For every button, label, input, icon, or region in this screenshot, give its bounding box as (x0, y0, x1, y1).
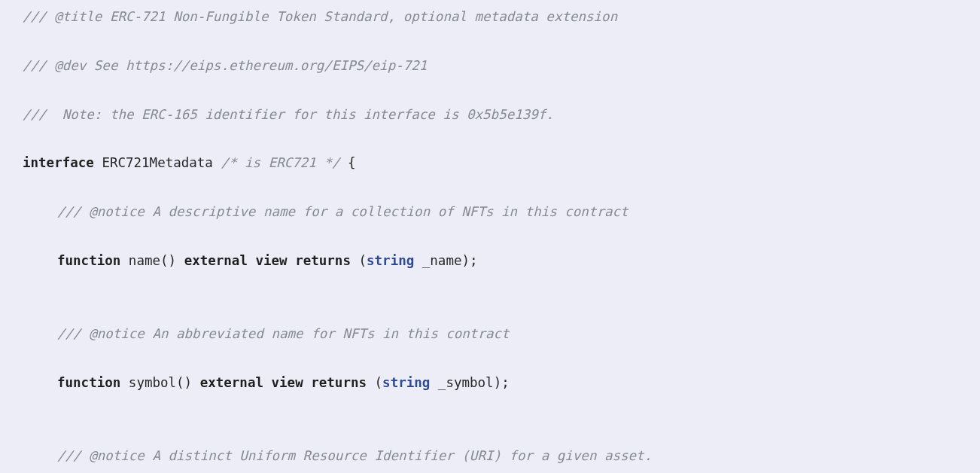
paren-close-semi: ); (461, 253, 477, 268)
param-name: _name (422, 253, 462, 268)
code-block: /// @title ERC-721 Non-Fungible Token St… (0, 0, 980, 473)
interface-name: ERC721Metadata (102, 155, 213, 170)
kw-returns: returns (311, 375, 367, 390)
comment-uri-1: /// @notice A distinct Uniform Resource … (57, 448, 652, 463)
paren-empty: () (176, 375, 192, 390)
type-string: string (367, 253, 414, 268)
paren-empty: () (160, 253, 176, 268)
brace-open: { (348, 155, 356, 170)
kw-interface: interface (23, 155, 94, 170)
comment-dev: /// @dev See https://eips.ethereum.org/E… (23, 58, 427, 73)
param-symbol: _symbol (438, 375, 494, 390)
kw-view: view (272, 375, 303, 390)
kw-external: external (184, 253, 248, 268)
kw-function: function (57, 253, 120, 268)
comment-title: /// @title ERC-721 Non-Fungible Token St… (23, 9, 617, 24)
paren-open: ( (358, 253, 367, 268)
fn-name: name (129, 253, 160, 268)
comment-is: /* is ERC721 */ (221, 155, 339, 170)
kw-function: function (57, 375, 120, 390)
fn-symbol: symbol (129, 375, 176, 390)
kw-external: external (200, 375, 263, 390)
comment-note: /// Note: the ERC-165 identifier for thi… (23, 107, 554, 122)
paren-close-semi: ); (494, 375, 510, 390)
comment-symbol: /// @notice An abbreviated name for NFTs… (57, 326, 510, 341)
kw-view: view (255, 253, 287, 268)
comment-name: /// @notice A descriptive name for a col… (57, 204, 628, 219)
kw-returns: returns (295, 253, 351, 268)
paren-open: ( (375, 375, 383, 390)
type-string: string (382, 375, 430, 390)
